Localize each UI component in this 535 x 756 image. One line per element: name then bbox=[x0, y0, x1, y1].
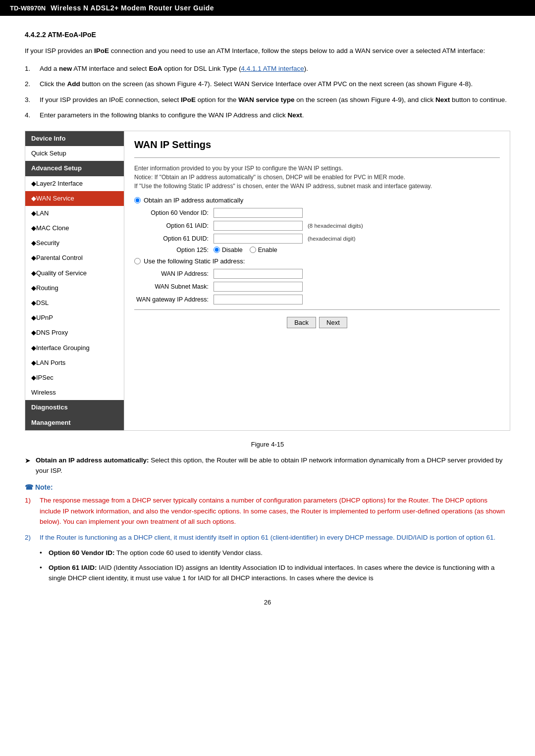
panel-notice: Enter information provided to you by you… bbox=[134, 164, 500, 191]
note-item-1: 1) The response message from a DHCP serv… bbox=[25, 495, 510, 527]
sidebar-item-interface-grouping[interactable]: ◆Interface Grouping bbox=[25, 341, 124, 355]
option61-duid-hint: (hexadecimal digit) bbox=[308, 236, 356, 242]
sidebar-item-security[interactable]: ◆Security bbox=[25, 236, 124, 251]
sidebar-item-routing[interactable]: ◆Routing bbox=[25, 281, 124, 296]
header-title: Wireless N ADSL2+ Modem Router User Guid… bbox=[51, 4, 214, 12]
steps-list: 1. Add a new ATM interface and select Eo… bbox=[25, 63, 510, 121]
figure-caption: Figure 4-15 bbox=[25, 441, 510, 448]
step-3: 3. If your ISP provides an IPoE connecti… bbox=[25, 95, 510, 105]
option61-duid-input[interactable] bbox=[214, 234, 303, 244]
radio-auto-input[interactable] bbox=[134, 197, 141, 203]
sidebar-item-parental-control[interactable]: ◆Parental Control bbox=[25, 251, 124, 265]
option61-iaid-label: Option 61 IAID: bbox=[134, 222, 214, 229]
wan-ip-row: WAN IP Address: bbox=[134, 269, 500, 279]
sidebar-item-layer2[interactable]: ◆Layer2 Interface bbox=[25, 176, 124, 191]
wan-ip-label: WAN IP Address: bbox=[134, 270, 214, 277]
bullet-option61: • Option 61 IAID: IAID (Identity Associa… bbox=[40, 562, 510, 584]
figure-area: Device Info Quick Setup Advanced Setup ◆… bbox=[25, 131, 510, 431]
option61-duid-row: Option 61 DUID: (hexadecimal digit) bbox=[134, 234, 500, 244]
sidebar-item-ipsec[interactable]: ◆IPSec bbox=[25, 370, 124, 385]
next-button[interactable]: Next bbox=[319, 317, 347, 328]
page-number: 26 bbox=[25, 599, 510, 606]
bullet-option60-text: Option 60 Vendor ID: The option code 60 … bbox=[49, 548, 263, 558]
wan-subnet-row: WAN Subnet Mask: bbox=[134, 282, 500, 292]
sidebar-item-wireless[interactable]: Wireless bbox=[25, 385, 124, 400]
option125-disable-radio[interactable] bbox=[214, 247, 220, 253]
option60-input[interactable] bbox=[214, 208, 303, 218]
section-heading: 4.4.2.2 ATM-EoA-IPoE bbox=[25, 31, 510, 39]
sidebar-item-advanced-setup[interactable]: Advanced Setup bbox=[25, 161, 124, 176]
option125-radios: Disable Enable bbox=[214, 247, 277, 253]
sidebar-item-quick-setup[interactable]: Quick Setup bbox=[25, 146, 124, 161]
note-item-2: 2) If the Router is functioning as a DHC… bbox=[25, 532, 510, 543]
step-2: 2. Click the Add button on the screen (a… bbox=[25, 79, 510, 90]
page-header: TD-W8970N Wireless N ADSL2+ Modem Router… bbox=[0, 0, 535, 16]
panel-top-divider bbox=[134, 157, 500, 158]
sidebar-item-management[interactable]: Management bbox=[25, 415, 124, 430]
option125-enable-label: Enable bbox=[250, 247, 277, 253]
sidebar-item-dns-proxy[interactable]: ◆DNS Proxy bbox=[25, 325, 124, 340]
step-1: 1. Add a new ATM interface and select Eo… bbox=[25, 63, 510, 74]
bullet-option61-text: Option 61 IAID: IAID (Identity Associati… bbox=[49, 562, 510, 584]
note-title: ☎ Note: bbox=[25, 483, 510, 491]
panel-right: WAN IP Settings Enter information provid… bbox=[124, 131, 510, 430]
wan-subnet-label: WAN Subnet Mask: bbox=[134, 283, 214, 290]
sidebar: Device Info Quick Setup Advanced Setup ◆… bbox=[25, 131, 124, 430]
sidebar-item-lan-ports[interactable]: ◆LAN Ports bbox=[25, 355, 124, 370]
note-section: ☎ Note: 1) The response message from a D… bbox=[25, 483, 510, 584]
buttons-row: Back Next bbox=[134, 317, 500, 328]
option60-label: Option 60 Vendor ID: bbox=[134, 209, 214, 216]
step-4: 4. Enter parameters in the following bla… bbox=[25, 110, 510, 121]
panel-title: WAN IP Settings bbox=[134, 139, 500, 151]
atm-interface-link[interactable]: 4.4.1.1 ATM interface bbox=[241, 65, 304, 72]
sidebar-item-diagnostics[interactable]: Diagnostics bbox=[25, 400, 124, 415]
telephone-icon: ☎ bbox=[25, 483, 33, 491]
wan-gateway-input[interactable] bbox=[214, 295, 303, 304]
arrow-icon: ➤ bbox=[25, 455, 36, 466]
option61-iaid-row: Option 61 IAID: (8 hexadecimal digits) bbox=[134, 221, 500, 231]
option125-row: Option 125: Disable Enable bbox=[134, 247, 500, 253]
sidebar-item-lan[interactable]: ◆LAN bbox=[25, 206, 124, 221]
sidebar-item-mac-clone[interactable]: ◆MAC Clone bbox=[25, 221, 124, 236]
wan-gateway-label: WAN gateway IP Address: bbox=[134, 296, 214, 303]
note-list: 1) The response message from a DHCP serv… bbox=[25, 495, 510, 543]
option125-disable-text: Disable bbox=[222, 247, 243, 253]
sidebar-item-device-info[interactable]: Device Info bbox=[25, 131, 124, 146]
sidebar-item-wan-service[interactable]: ◆WAN Service bbox=[25, 191, 124, 206]
panel-bottom-divider bbox=[134, 309, 500, 310]
radio-auto-label: Obtain an IP address automatically bbox=[144, 197, 243, 204]
option60-row: Option 60 Vendor ID: bbox=[134, 208, 500, 218]
bullet-option60: • Option 60 Vendor ID: The option code 6… bbox=[40, 548, 510, 558]
obtain-ip-text: Obtain an IP address automatically: Sele… bbox=[36, 455, 510, 476]
main-content: 4.4.2.2 ATM-EoA-IPoE If your ISP provide… bbox=[0, 16, 535, 621]
option61-iaid-hint: (8 hexadecimal digits) bbox=[308, 223, 363, 229]
wan-gateway-row: WAN gateway IP Address: bbox=[134, 295, 500, 304]
back-button[interactable]: Back bbox=[287, 317, 316, 328]
sidebar-item-qos[interactable]: ◆Quality of Service bbox=[25, 266, 124, 281]
sidebar-item-upnp[interactable]: ◆UPnP bbox=[25, 310, 124, 325]
option125-enable-radio[interactable] bbox=[250, 247, 256, 253]
option61-iaid-input[interactable] bbox=[214, 221, 303, 231]
note-label: Note: bbox=[35, 483, 53, 491]
sidebar-item-dsl[interactable]: ◆DSL bbox=[25, 296, 124, 310]
radio-static-label: Use the following Static IP address: bbox=[144, 257, 245, 265]
wan-subnet-input[interactable] bbox=[214, 282, 303, 292]
option125-disable-label: Disable bbox=[214, 247, 243, 253]
option61-duid-label: Option 61 DUID: bbox=[134, 235, 214, 242]
option125-enable-text: Enable bbox=[258, 247, 277, 253]
option125-label: Option 125: bbox=[134, 247, 214, 253]
radio-static: Use the following Static IP address: bbox=[134, 257, 500, 265]
intro-paragraph: If your ISP provides an IPoE connection … bbox=[25, 46, 510, 56]
obtain-ip-section: ➤ Obtain an IP address automatically: Se… bbox=[25, 455, 510, 476]
brand-name: TD-W8970N bbox=[10, 4, 46, 12]
wan-ip-input[interactable] bbox=[214, 269, 303, 279]
radio-static-input[interactable] bbox=[134, 258, 141, 264]
radio-obtain-auto: Obtain an IP address automatically bbox=[134, 197, 500, 204]
